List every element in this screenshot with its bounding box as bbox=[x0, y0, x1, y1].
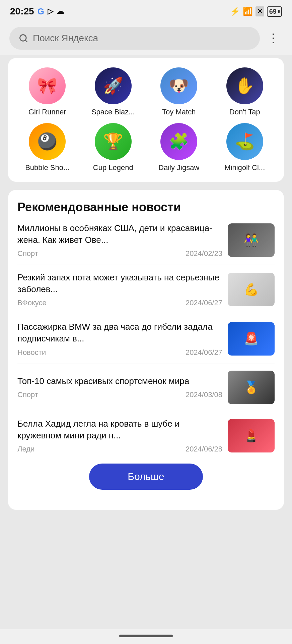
game-icon-cup-legend: 🏆 bbox=[95, 123, 132, 160]
news-image-news-2: 💪 bbox=[228, 273, 275, 306]
game-label-bubble-sho: Bubble Sho... bbox=[25, 163, 69, 172]
news-source-news-5: Леди bbox=[17, 445, 34, 453]
game-icon-dont-tap: ✋ bbox=[226, 67, 263, 104]
game-icon-girl-runner: 🎀 bbox=[29, 67, 66, 104]
news-item-news-2[interactable]: Резкий запах пота может указывать на сер… bbox=[17, 265, 275, 314]
cloud-icon: ☁ bbox=[57, 7, 64, 16]
news-date-news-1: 2024/02/23 bbox=[186, 249, 222, 258]
search-icon bbox=[19, 34, 28, 43]
game-icon-minigolf: ⛳ bbox=[226, 123, 263, 160]
news-headline-news-4: Топ-10 самых красивых спортсменок мира bbox=[17, 375, 222, 387]
games-grid: 🎀Girl Runner🚀Space Blaz...🐶Toy Match✋Don… bbox=[16, 67, 276, 172]
status-bar: 20:25 G ▷ ☁ ⚡ 📶 ✕ 69 bbox=[0, 0, 292, 20]
news-item-news-5[interactable]: Белла Хадид легла на кровать в шубе и кр… bbox=[17, 411, 275, 460]
game-label-minigolf: Minigolf Cl... bbox=[224, 163, 265, 172]
news-source-news-1: Спорт bbox=[17, 249, 38, 258]
game-label-space-blaz: Space Blaz... bbox=[91, 108, 135, 116]
home-indicator bbox=[119, 635, 173, 637]
news-headline-news-1: Миллионы в особняках США, дети и красави… bbox=[17, 222, 222, 246]
menu-dots-button[interactable]: ⋮ bbox=[264, 30, 283, 47]
games-card: 🎀Girl Runner🚀Space Blaz...🐶Toy Match✋Don… bbox=[8, 58, 284, 182]
game-label-daily-jigsaw: Daily Jigsaw bbox=[158, 163, 199, 172]
x-icon: ✕ bbox=[256, 6, 264, 16]
news-source-news-4: Спорт bbox=[17, 390, 38, 399]
play-icon: ▷ bbox=[48, 7, 53, 16]
game-item-bubble-sho[interactable]: 🎱Bubble Sho... bbox=[16, 123, 79, 172]
search-container: Поиск Яндекса ⋮ bbox=[0, 20, 292, 55]
bottom-bar bbox=[0, 629, 292, 644]
news-image-news-1: 👫 bbox=[228, 223, 275, 257]
search-placeholder: Поиск Яндекса bbox=[33, 33, 98, 44]
game-icon-toy-match: 🐶 bbox=[160, 67, 197, 104]
game-item-space-blaz[interactable]: 🚀Space Blaz... bbox=[82, 67, 145, 116]
news-date-news-4: 2024/03/08 bbox=[186, 390, 222, 399]
more-button-container: Больше bbox=[17, 460, 275, 500]
game-item-dont-tap[interactable]: ✋Don't Tap bbox=[214, 67, 276, 116]
news-image-news-3: 🚨 bbox=[228, 322, 275, 356]
search-bar[interactable]: Поиск Яндекса bbox=[9, 27, 260, 50]
game-item-minigolf[interactable]: ⛳Minigolf Cl... bbox=[214, 123, 276, 172]
google-icon: G bbox=[38, 6, 44, 17]
game-label-toy-match: Toy Match bbox=[162, 108, 196, 116]
news-image-news-4: 🏅 bbox=[228, 371, 275, 404]
news-date-news-5: 2024/06/28 bbox=[186, 445, 222, 453]
news-item-news-3[interactable]: Пассажирка BMW за два часа до гибели зад… bbox=[17, 314, 275, 363]
game-item-girl-runner[interactable]: 🎀Girl Runner bbox=[16, 67, 79, 116]
game-icon-bubble-sho: 🎱 bbox=[29, 123, 66, 160]
svg-line-1 bbox=[25, 40, 27, 42]
game-icon-space-blaz: 🚀 bbox=[95, 67, 132, 104]
game-label-cup-legend: Cup Legend bbox=[93, 163, 133, 172]
news-item-news-1[interactable]: Миллионы в особняках США, дети и красави… bbox=[17, 222, 275, 265]
more-button[interactable]: Больше bbox=[89, 464, 203, 490]
news-image-news-5: 💄 bbox=[228, 419, 275, 452]
news-headline-news-5: Белла Хадид легла на кровать в шубе и кр… bbox=[17, 418, 222, 441]
news-card: Рекомендованные новости Миллионы в особн… bbox=[8, 190, 284, 510]
news-item-news-4[interactable]: Топ-10 самых красивых спортсменок мираСп… bbox=[17, 364, 275, 411]
news-date-news-3: 2024/06/27 bbox=[186, 348, 222, 357]
news-section-title: Рекомендованные новости bbox=[17, 200, 275, 214]
time: 20:25 bbox=[10, 6, 34, 17]
news-headline-news-2: Резкий запах пота может указывать на сер… bbox=[17, 272, 222, 295]
news-source-news-2: ВФокусе bbox=[17, 299, 47, 307]
main-content: 🎀Girl Runner🚀Space Blaz...🐶Toy Match✋Don… bbox=[0, 55, 292, 523]
game-label-dont-tap: Don't Tap bbox=[229, 108, 260, 116]
news-list: Миллионы в особняках США, дети и красави… bbox=[17, 222, 275, 460]
news-source-news-3: Новости bbox=[17, 348, 46, 357]
news-headline-news-3: Пассажирка BMW за два часа до гибели зад… bbox=[17, 321, 222, 344]
battery: 69 bbox=[267, 6, 282, 17]
game-item-daily-jigsaw[interactable]: 🧩Daily Jigsaw bbox=[148, 123, 210, 172]
bluetooth-icon: ⚡ bbox=[230, 7, 240, 16]
news-date-news-2: 2024/06/27 bbox=[186, 299, 222, 307]
game-item-cup-legend[interactable]: 🏆Cup Legend bbox=[82, 123, 145, 172]
wifi-icon: 📶 bbox=[243, 7, 253, 16]
game-item-toy-match[interactable]: 🐶Toy Match bbox=[148, 67, 210, 116]
game-icon-daily-jigsaw: 🧩 bbox=[160, 123, 197, 160]
game-label-girl-runner: Girl Runner bbox=[28, 108, 66, 116]
